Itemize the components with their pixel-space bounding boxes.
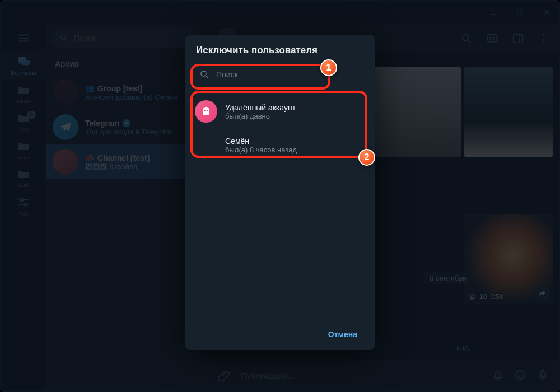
user-name: Семён <box>225 137 297 146</box>
annotation-badge-2: 2 <box>358 149 375 166</box>
modal-search-placeholder: Поиск <box>216 70 238 79</box>
app-window: Все чаты admin 6 feed svcs <box>0 0 560 392</box>
user-row[interactable]: Удалённый аккаунт был(а) давно <box>185 95 375 128</box>
cancel-button[interactable]: Отмена <box>321 325 364 343</box>
avatar <box>195 134 217 156</box>
avatar <box>195 100 217 123</box>
modal-overlay[interactable]: Исключить пользователя Поиск Удалённый а… <box>1 1 559 391</box>
user-status: был(а) 8 часов назад <box>225 146 297 154</box>
divider <box>185 92 375 92</box>
remove-user-modal: Исключить пользователя Поиск Удалённый а… <box>185 35 375 350</box>
ghost-icon <box>200 105 212 118</box>
modal-title: Исключить пользователя <box>185 35 375 62</box>
svg-point-17 <box>207 110 208 111</box>
svg-point-15 <box>201 71 206 76</box>
annotation-badge-1: 1 <box>320 59 337 76</box>
svg-point-16 <box>204 110 206 111</box>
user-status: был(а) давно <box>225 112 296 120</box>
user-row[interactable]: Семён был(а) 8 часов назад <box>185 128 375 162</box>
user-name: Удалённый аккаунт <box>225 103 296 112</box>
modal-search-field[interactable]: Поиск <box>193 64 367 85</box>
search-icon <box>199 69 209 80</box>
